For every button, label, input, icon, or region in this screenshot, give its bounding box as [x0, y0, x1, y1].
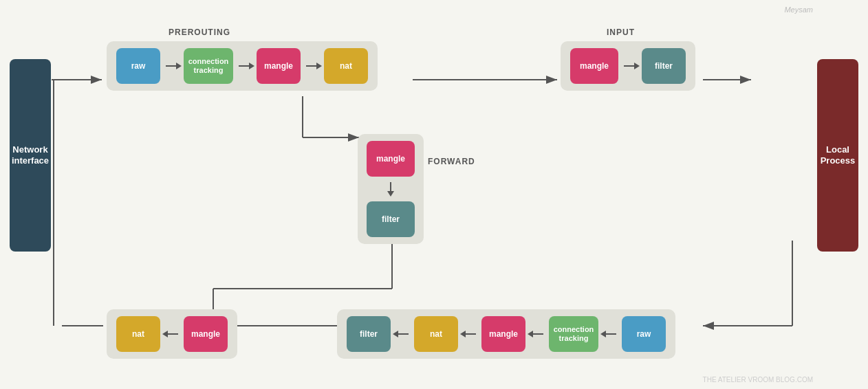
forward-mangle-node: mangle	[367, 141, 415, 177]
output-mangle-node: mangle	[481, 316, 525, 352]
prerouting-mangle-node: mangle	[257, 48, 301, 84]
postrouting-mangle-node: mangle	[184, 316, 228, 352]
output-nat-node: nat	[414, 316, 458, 352]
postrouting-nat-node: nat	[116, 316, 160, 352]
watermark-top: Meysam	[784, 5, 813, 14]
input-filter-node: filter	[642, 48, 686, 84]
input-chain: mangle filter	[561, 41, 695, 91]
local-process-panel: Local Process	[817, 59, 858, 252]
network-interface-panel: Network interface	[10, 59, 51, 252]
forward-filter-node: filter	[367, 201, 415, 237]
prerouting-nat-node: nat	[324, 48, 368, 84]
input-label: INPUT	[607, 27, 635, 37]
local-process-label: Local Process	[817, 144, 858, 168]
prerouting-conntrack-node: connection tracking	[184, 48, 233, 84]
output-filter-node: filter	[347, 316, 391, 352]
forward-chain: mangle filter	[358, 134, 424, 244]
output-chain: filter nat mangle connection tracking ra…	[337, 309, 675, 359]
diagram: Network interface Local Process PREROUTI…	[0, 0, 868, 389]
prerouting-raw-node: raw	[116, 48, 160, 84]
watermark-bottom: THE ATELIER VROOM BLOG.COM	[703, 376, 813, 384]
postrouting-chain: nat mangle	[107, 309, 237, 359]
output-conntrack-node: connection tracking	[549, 316, 598, 352]
input-mangle-node: mangle	[570, 48, 618, 84]
output-raw-node: raw	[622, 316, 666, 352]
forward-label: FORWARD	[428, 157, 475, 166]
network-interface-label: Network interface	[10, 144, 51, 168]
prerouting-label: PREROUTING	[169, 27, 230, 37]
prerouting-chain: raw connection tracking mangle nat	[107, 41, 378, 91]
